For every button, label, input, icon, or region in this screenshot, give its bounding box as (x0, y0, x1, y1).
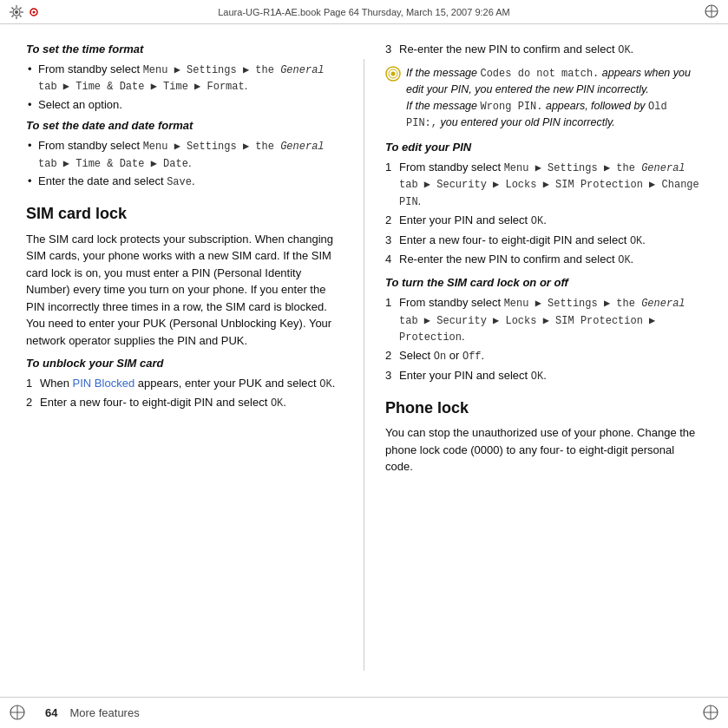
footer-left-icon (9, 704, 26, 721)
list-item: 2 Select On or Off. (385, 348, 702, 364)
phone-lock-section: Phone lock You can stop the unauthorized… (385, 397, 702, 475)
header-text: Laura-UG-R1A-AE.book Page 64 Thursday, M… (10, 7, 718, 17)
footer-page-number: 64 (45, 706, 57, 719)
list-item: 1 From standby select Menu ▶ Settings ▶ … (385, 295, 702, 345)
dot-icon (28, 6, 40, 18)
svg-point-9 (15, 10, 18, 14)
footer-label: More features (69, 706, 139, 719)
step3-list: 3 Re-enter the new PIN to confirm and se… (385, 42, 702, 58)
step-number: 1 (385, 160, 391, 176)
step-number: 4 (385, 252, 391, 268)
svg-line-6 (20, 15, 22, 16)
time-format-section: To set the time format From standby sele… (26, 42, 343, 113)
list-item: 1 When PIN Blocked appears, enter your P… (26, 376, 343, 392)
list-item: Select an option. (26, 97, 343, 114)
sim-lock-toggle-heading: To turn the SIM card lock on or off (385, 275, 702, 292)
content-area: To set the time format From standby sele… (0, 24, 728, 697)
svg-line-5 (12, 7, 14, 9)
step-number: 3 (385, 42, 391, 58)
menu-link: Menu ▶ Settings ▶ the General tab ▶ Time… (38, 141, 325, 169)
step-number: 1 (26, 376, 32, 392)
step-number: 2 (26, 395, 32, 411)
ok-link: OK (531, 215, 543, 227)
tip-box: If the message Codes do not match. appea… (385, 65, 702, 131)
sim-card-lock-body: The SIM card lock protects your subscrip… (26, 231, 343, 350)
phone-lock-body: You can stop the unauthorized use of you… (385, 424, 702, 475)
svg-line-7 (20, 7, 22, 9)
left-column: To set the time format From standby sele… (26, 42, 343, 688)
sim-card-lock-section: SIM card lock The SIM card lock protects… (26, 202, 343, 349)
page-container: Laura-UG-R1A-AE.book Page 64 Thursday, M… (0, 0, 728, 728)
footer-bar: 64 More features (0, 697, 728, 728)
list-item: 1 From standby select Menu ▶ Settings ▶ … (385, 160, 702, 210)
code-text: Codes do not match. (480, 68, 599, 80)
step-number: 3 (385, 368, 391, 384)
tip-text: If the message Codes do not match. appea… (406, 65, 702, 131)
list-item: 3 Enter a new four- to eight-digit PIN a… (385, 233, 702, 249)
edit-pin-section: To edit your PIN 1 From standby select M… (385, 140, 702, 268)
list-item: 2 Enter your PIN and select OK. (385, 213, 702, 229)
edit-pin-steps: 1 From standby select Menu ▶ Settings ▶ … (385, 160, 702, 268)
ok-link: OK (271, 397, 283, 410)
sim-lock-toggle-section: To turn the SIM card lock on or off 1 Fr… (385, 275, 702, 384)
svg-point-17 (391, 72, 396, 76)
time-format-list: From standby select Menu ▶ Settings ▶ th… (26, 62, 343, 114)
header-bar: Laura-UG-R1A-AE.book Page 64 Thursday, M… (0, 0, 728, 24)
list-item: 3 Enter your PIN and select OK. (385, 368, 702, 384)
list-item: 2 Enter a new four- to eight-digit PIN a… (26, 395, 343, 411)
footer-right-icon (702, 704, 719, 721)
list-item: From standby select Menu ▶ Settings ▶ th… (26, 62, 343, 95)
unblock-steps: 1 When PIN Blocked appears, enter your P… (26, 376, 343, 412)
step-number: 1 (385, 295, 391, 312)
date-format-section: To set the date and date format From sta… (26, 118, 343, 190)
on-link: On (434, 351, 446, 363)
step-number: 2 (385, 213, 391, 229)
off-link: Off (462, 351, 482, 363)
step-number: 3 (385, 233, 391, 249)
list-item: Enter the date and select Save. (26, 174, 343, 190)
column-divider (364, 59, 364, 671)
time-format-heading: To set the time format (26, 42, 343, 58)
edit-pin-heading: To edit your PIN (385, 140, 702, 156)
ok-link: OK (531, 371, 543, 383)
menu-link: Menu ▶ Settings ▶ the General tab ▶ Secu… (399, 298, 685, 344)
sun-icon (9, 4, 24, 20)
right-column: 3 Re-enter the new PIN to confirm and se… (385, 42, 702, 688)
step-number: 2 (385, 348, 391, 364)
ok-link: OK (630, 235, 642, 247)
phone-lock-title: Phone lock (385, 397, 702, 419)
tip-icon (385, 66, 401, 82)
svg-point-11 (33, 10, 36, 13)
list-item: 3 Re-enter the new PIN to confirm and se… (385, 42, 702, 58)
ok-link: OK (319, 378, 331, 390)
date-format-list: From standby select Menu ▶ Settings ▶ th… (26, 138, 343, 190)
svg-line-8 (12, 15, 14, 16)
menu-link: Menu ▶ Settings ▶ the General tab ▶ Time… (38, 64, 325, 93)
list-item: From standby select Menu ▶ Settings ▶ th… (26, 138, 343, 172)
sim-lock-toggle-steps: 1 From standby select Menu ▶ Settings ▶ … (385, 295, 702, 384)
save-link: Save (167, 176, 192, 188)
code-text2: Wrong PIN. (480, 101, 542, 113)
ok-link: OK (618, 44, 630, 56)
menu-link: Menu ▶ Settings ▶ the General tab ▶ Secu… (399, 162, 699, 208)
header-right-icon (704, 3, 719, 19)
unblock-section: To unblock your SIM card 1 When PIN Bloc… (26, 356, 343, 412)
date-format-heading: To set the date and date format (26, 118, 343, 134)
pin-blocked-text: PIN Blocked (73, 377, 135, 390)
ok-link: OK (618, 254, 630, 266)
list-item: 4 Re-enter the new PIN to confirm and se… (385, 252, 702, 268)
sim-card-lock-title: SIM card lock (26, 202, 343, 225)
unblock-heading: To unblock your SIM card (26, 356, 343, 372)
